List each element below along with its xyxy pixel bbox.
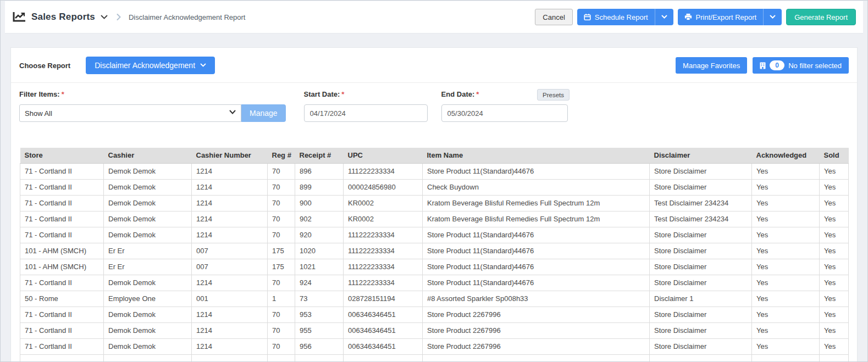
table-row: 71 - Cortland IIDemok Demok1214708990000… [20, 179, 849, 195]
top-bar: Sales Reports Disclaimer Acknowledgement… [5, 1, 863, 34]
table-cell: Yes [820, 338, 849, 354]
table-cell: 71 - Cortland II [20, 211, 104, 227]
table-cell: 111222233334 [344, 227, 423, 243]
table-cell: 1214 [192, 227, 268, 243]
table-cell: Store Disclaimer [650, 243, 752, 259]
table-cell: 000024856980 [344, 179, 423, 195]
table-cell: 1021 [295, 259, 344, 275]
print-export-report-caret[interactable] [764, 9, 782, 25]
table-cell: Store Disclaimer [650, 227, 752, 243]
table-cell: Er Er [104, 259, 192, 275]
table-cell: Yes [752, 227, 820, 243]
table-row: 71 - Cortland IIDemok Demok121470902KR00… [20, 211, 849, 227]
filter-items-group: Filter Items:* Show All Manage [19, 90, 286, 122]
table-cell: 028728151194 [344, 291, 423, 307]
table-cell: Store Product 2267996 [423, 338, 650, 354]
table-cell: 71 - Cortland II [20, 227, 104, 243]
schedule-report-caret[interactable] [655, 9, 673, 25]
table-cell: Yes [820, 163, 849, 179]
presets-button[interactable]: Presets [537, 89, 570, 101]
column-header: Disclaimer [650, 148, 752, 163]
report-card: Choose Report Disclaimer Acknowledgement… [10, 47, 858, 362]
table-cell: Store Disclaimer [650, 163, 752, 179]
table-cell: 70 [268, 275, 295, 291]
column-header: Receipt # [295, 148, 344, 163]
table-header-row: StoreCashierCashier NumberReg #Receipt #… [20, 148, 849, 163]
schedule-report-main[interactable]: Schedule Report [577, 9, 655, 25]
table-cell: Employee One [104, 291, 192, 307]
filter-status-button[interactable]: 0 No filter selected [753, 57, 849, 74]
table-cell: 902 [295, 211, 344, 227]
table-cell: 1214 [192, 338, 268, 354]
table-cell: 70 [268, 227, 295, 243]
report-type-dropdown[interactable]: Disclaimer Acknowledgement [86, 57, 215, 74]
table-cell: Yes [752, 259, 820, 275]
table-cell: 111222233334 [344, 259, 423, 275]
table-cell: 1214 [192, 195, 268, 211]
table-cell: Yes [820, 307, 849, 322]
table-row-partial [20, 354, 849, 362]
table-row: 101 - AHM (SMCH)Er Er0071751021111222233… [20, 259, 849, 275]
print-export-report-button[interactable]: Print/Export Report [678, 9, 782, 25]
table-cell: Store Disclaimer [650, 275, 752, 291]
table-cell: Yes [820, 195, 849, 211]
table-cell: 1214 [192, 211, 268, 227]
table-cell: Yes [752, 211, 820, 227]
table-cell: 1214 [192, 307, 268, 322]
table-cell: Check Buydown [423, 179, 650, 195]
schedule-report-button[interactable]: Schedule Report [577, 9, 673, 25]
table-cell: Demok Demok [104, 307, 192, 322]
table-cell: 71 - Cortland II [20, 275, 104, 291]
manage-favorites-button[interactable]: Manage Favorites [676, 57, 747, 74]
table-cell: Yes [752, 243, 820, 259]
table-cell: Yes [752, 275, 820, 291]
table-cell: 1214 [192, 322, 268, 338]
printer-icon [684, 13, 692, 21]
breadcrumb-chevron-icon [117, 14, 121, 20]
table-cell: Test Disclaimer 234234 [650, 211, 752, 227]
table-cell: Demok Demok [104, 227, 192, 243]
title-chevron-down-icon[interactable] [101, 15, 108, 19]
table-cell: Store Product 11(Standard)44676 [423, 275, 650, 291]
filter-items-select[interactable]: Show All [19, 104, 241, 122]
table-cell: Yes [820, 179, 849, 195]
header-actions: Cancel Schedule Report [535, 9, 856, 25]
table-cell: Yes [752, 322, 820, 338]
column-header: Sold [820, 148, 849, 163]
table-cell: Yes [820, 259, 849, 275]
choose-report-row: Choose Report Disclaimer Acknowledgement… [11, 48, 857, 83]
table-cell: Yes [752, 163, 820, 179]
table-cell: 955 [295, 322, 344, 338]
table-cell: Yes [752, 195, 820, 211]
column-header: Cashier Number [192, 148, 268, 163]
chart-line-icon [13, 12, 26, 23]
table-cell: 175 [268, 243, 295, 259]
table-cell: Store Disclaimer [650, 259, 752, 275]
page-title[interactable]: Sales Reports [31, 12, 95, 23]
schedule-report-label: Schedule Report [595, 13, 648, 21]
table-row: 71 - Cortland IIDemok Demok121470900KR00… [20, 195, 849, 211]
manage-filter-button[interactable]: Manage [241, 104, 286, 122]
calendar-icon [584, 13, 591, 21]
table-cell: 007 [192, 243, 268, 259]
table-cell: Store Product 2267996 [423, 322, 650, 338]
cancel-button[interactable]: Cancel [535, 9, 572, 25]
table-cell: Store Disclaimer [650, 338, 752, 354]
start-date-input[interactable] [304, 104, 428, 122]
generate-report-button[interactable]: Generate Report [786, 9, 856, 25]
table-cell: 70 [268, 322, 295, 338]
print-export-report-main[interactable]: Print/Export Report [678, 9, 764, 25]
table-cell: 111222233334 [344, 163, 423, 179]
table-cell: Yes [820, 227, 849, 243]
table-cell: Store Product 11(Standard)44676 [423, 163, 650, 179]
start-date-label: Start Date:* [304, 90, 428, 100]
table-cell: Store Product 11(Standard)44676 [423, 227, 650, 243]
required-asterisk: * [341, 90, 344, 98]
table-cell: #8 Assorted Sparkler Sp008h33 [423, 291, 650, 307]
column-header: Reg # [268, 148, 295, 163]
table-cell: Demok Demok [104, 163, 192, 179]
table-cell: Store Disclaimer [650, 307, 752, 322]
table-cell: 111222233334 [344, 275, 423, 291]
table-cell: 70 [268, 163, 295, 179]
end-date-input[interactable] [441, 104, 568, 122]
